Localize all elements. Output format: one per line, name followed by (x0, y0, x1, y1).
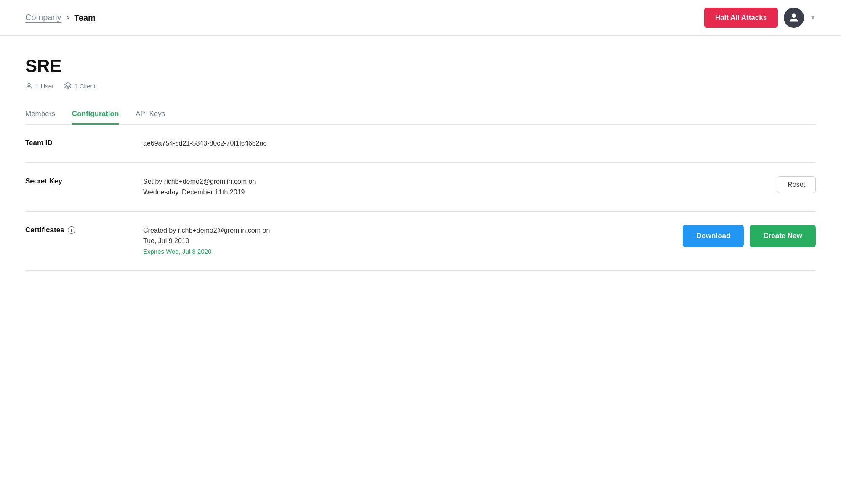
certificates-label: Certificates i (25, 225, 143, 234)
certificates-row: Certificates i Created by richb+demo2@gr… (25, 212, 816, 271)
team-user-count: 1 User (25, 82, 54, 90)
certificates-value: Created by richb+demo2@gremlin.com on Tu… (143, 225, 670, 257)
header-actions: Halt All Attacks ▼ (704, 8, 816, 28)
secret-key-actions: Reset (777, 176, 816, 193)
certificates-expiry: Expires Wed, Jul 8 2020 (143, 247, 670, 257)
main-content: SRE 1 User 1 Client Members Configuratio… (0, 36, 841, 287)
layers-icon (64, 82, 72, 90)
secret-key-value: Set by richb+demo2@gremlin.com on Wednes… (143, 176, 764, 198)
certificates-actions: Download Create New (683, 225, 816, 247)
secret-key-row: Secret Key Set by richb+demo2@gremlin.co… (25, 163, 816, 212)
reset-secret-key-button[interactable]: Reset (777, 176, 816, 193)
user-menu-chevron-icon[interactable]: ▼ (810, 14, 816, 21)
breadcrumb: Company > Team (25, 13, 96, 23)
user-meta-icon (25, 82, 33, 90)
user-avatar-button[interactable] (784, 8, 804, 28)
team-id-row: Team ID ae69a754-cd21-5843-80c2-70f1fc46… (25, 125, 816, 163)
header: Company > Team Halt All Attacks ▼ (0, 0, 841, 36)
svg-marker-1 (65, 83, 71, 87)
create-new-certificate-button[interactable]: Create New (750, 225, 816, 247)
tab-members[interactable]: Members (25, 105, 55, 125)
secret-key-label: Secret Key (25, 176, 143, 186)
breadcrumb-company-link[interactable]: Company (25, 13, 61, 23)
team-client-count: 1 Client (64, 82, 96, 90)
user-icon (789, 13, 799, 23)
team-meta: 1 User 1 Client (25, 82, 816, 90)
svg-point-0 (28, 83, 30, 86)
tab-configuration[interactable]: Configuration (72, 105, 119, 125)
team-name-heading: SRE (25, 56, 816, 76)
team-id-label: Team ID (25, 138, 143, 147)
breadcrumb-separator: > (66, 13, 70, 22)
team-id-value: ae69a754-cd21-5843-80c2-70f1fc46b2ac (143, 138, 816, 149)
configuration-section: Team ID ae69a754-cd21-5843-80c2-70f1fc46… (25, 125, 816, 271)
halt-all-attacks-button[interactable]: Halt All Attacks (704, 8, 778, 28)
certificates-info-icon[interactable]: i (68, 226, 75, 234)
download-certificate-button[interactable]: Download (683, 225, 744, 247)
tab-api-keys[interactable]: API Keys (136, 105, 165, 125)
tabs-bar: Members Configuration API Keys (25, 105, 816, 125)
breadcrumb-current: Team (74, 13, 96, 23)
